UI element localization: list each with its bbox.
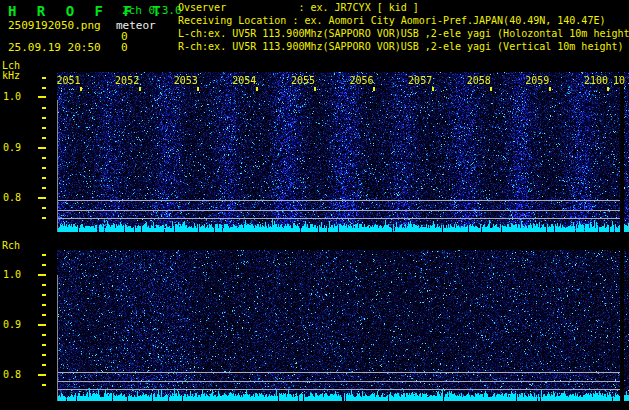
datetime-label: 25.09.19 20:50 <box>8 42 101 53</box>
y-major-tick <box>38 374 46 376</box>
lch-receiver-info-line: L-ch:ex. UV5R 113.900Mhz(SAPPORO VOR)USB… <box>178 29 629 39</box>
y-minor-tick <box>42 294 46 296</box>
time-tick <box>490 87 492 91</box>
y-minor-tick <box>42 107 46 109</box>
lch-spectrogram <box>57 72 629 232</box>
y-minor-tick <box>42 127 46 129</box>
time-tick-label: 2058 <box>467 76 491 86</box>
y-major-tick <box>38 324 46 326</box>
y-minor-tick <box>42 137 46 139</box>
y-minor-tick <box>42 384 46 386</box>
observer-info-line: Ovserver : ex. JR7CYX [ kid ] <box>178 3 419 13</box>
y-minor-tick <box>42 177 46 179</box>
y-major-tick <box>38 197 46 199</box>
time-tick-label: 2051 <box>57 76 81 86</box>
y-minor-tick <box>42 77 46 79</box>
time-tick <box>80 87 82 91</box>
time-tick <box>197 87 199 91</box>
rch-spectrogram <box>57 250 629 401</box>
y-minor-tick <box>42 334 46 336</box>
lch-ytick-0.9: 0.9 <box>3 143 21 153</box>
rch-ytick-1.0: 1.0 <box>3 270 21 280</box>
lch-yaxis-line <box>57 100 58 232</box>
y-minor-tick <box>42 117 46 119</box>
meteor-count-short: 0 <box>121 42 128 53</box>
y-minor-tick <box>42 217 46 219</box>
time-tick <box>607 87 609 91</box>
y-minor-tick <box>42 167 46 169</box>
y-minor-tick <box>42 157 46 159</box>
time-tick-label: 2055 <box>291 76 315 86</box>
time-tick <box>549 87 551 91</box>
hrofft-output-image: H R O F F T 2ch 0.3.0 2509192050.png met… <box>0 0 629 410</box>
time-tick-label: 2057 <box>408 76 432 86</box>
y-minor-tick <box>42 344 46 346</box>
y-minor-tick <box>42 314 46 316</box>
y-minor-tick <box>42 87 46 89</box>
lch-ytick-1.0: 1.0 <box>3 92 21 102</box>
y-minor-tick <box>42 354 46 356</box>
time-tick-label: 2053 <box>174 76 198 86</box>
y-minor-tick <box>42 264 46 266</box>
output-filename: 2509192050.png <box>8 20 101 31</box>
time-tick-label: 2056 <box>350 76 374 86</box>
time-tick-label: 2054 <box>232 76 256 86</box>
time-tick <box>139 87 141 91</box>
time-tick <box>256 87 258 91</box>
rch-axis-title: Rch <box>2 241 20 251</box>
time-tick <box>432 87 434 91</box>
y-minor-tick <box>42 254 46 256</box>
time-tick <box>314 87 316 91</box>
y-major-tick <box>38 274 46 276</box>
y-minor-tick <box>42 187 46 189</box>
location-info-line: Receiving Location : ex. Aomori City Aom… <box>178 16 605 26</box>
time-tick-label-partial: 10 <box>613 76 625 86</box>
y-minor-tick <box>42 304 46 306</box>
rch-ytick-0.8: 0.8 <box>3 370 21 380</box>
y-major-tick <box>38 147 46 149</box>
y-major-tick <box>38 96 46 98</box>
khz-unit-label: kHz <box>2 71 20 81</box>
version-label: 2ch 0.3.0 <box>122 5 182 16</box>
rch-receiver-info-line: R-ch:ex. UV5R 113.900Mhz(SAPPORO VOR)USB… <box>178 42 624 52</box>
y-minor-tick <box>42 364 46 366</box>
rch-ytick-0.9: 0.9 <box>3 320 21 330</box>
rch-yaxis-line <box>57 275 58 401</box>
time-tick-label: 2059 <box>525 76 549 86</box>
lch-ytick-0.8: 0.8 <box>3 193 21 203</box>
time-tick <box>373 87 375 91</box>
y-minor-tick <box>42 284 46 286</box>
time-tick-label: 2052 <box>115 76 139 86</box>
time-tick-label: 2100 <box>584 76 608 86</box>
y-minor-tick <box>42 207 46 209</box>
